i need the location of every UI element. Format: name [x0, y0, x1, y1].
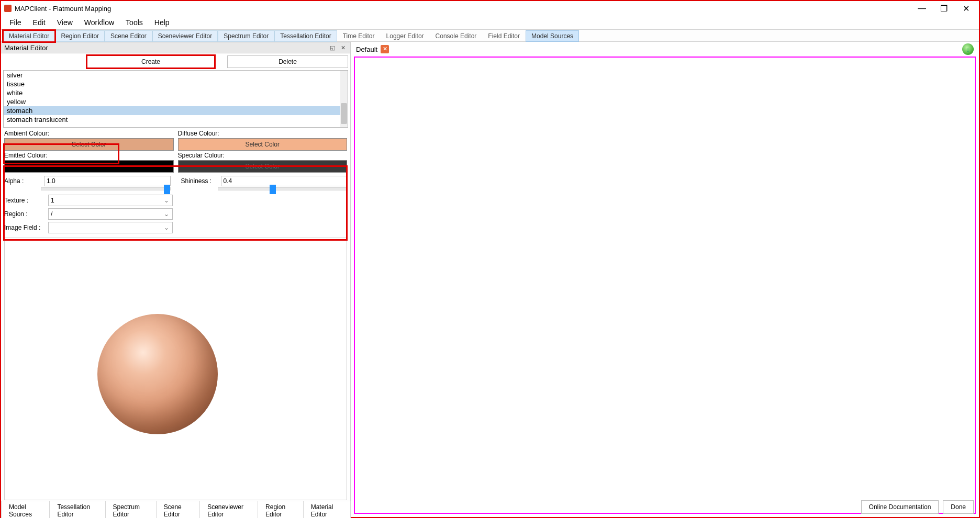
- done-button[interactable]: Done: [943, 500, 974, 514]
- shininess-input[interactable]: [221, 176, 348, 186]
- shininess-slider[interactable]: [218, 187, 348, 190]
- btab-model-sources[interactable]: Model Sources: [1, 501, 50, 518]
- create-button[interactable]: Create: [87, 55, 215, 68]
- viewport-tab-label[interactable]: Default: [356, 46, 377, 53]
- region-label: Region :: [4, 210, 45, 218]
- specular-color-button[interactable]: Select Color: [178, 160, 348, 173]
- minimize-icon[interactable]: —: [917, 4, 927, 14]
- viewport[interactable]: [354, 57, 976, 514]
- scrollbar[interactable]: [340, 71, 348, 127]
- list-item[interactable]: stomach translucent: [4, 115, 348, 124]
- tab-logger-editor[interactable]: Logger Editor: [381, 30, 430, 42]
- shininess-label: Shininess :: [181, 177, 218, 185]
- ambient-label: Ambient Colour:: [4, 130, 174, 137]
- tab-material-editor[interactable]: Material Editor: [3, 30, 55, 42]
- material-list[interactable]: silver tissue white yellow stomach stoma…: [3, 70, 348, 128]
- menubar: File Edit View Workflow Tools Help: [1, 16, 979, 29]
- titlebar: MAPClient - Flatmount Mapping — ❐ ✕: [1, 1, 979, 16]
- btab-tessellation[interactable]: Tessellation Editor: [49, 501, 105, 518]
- undock-icon[interactable]: ◱: [328, 43, 337, 52]
- panel-title: Material Editor: [4, 44, 326, 52]
- btab-spectrum[interactable]: Spectrum Editor: [105, 501, 157, 518]
- list-item-selected[interactable]: stomach: [4, 106, 348, 115]
- menu-workflow[interactable]: Workflow: [79, 17, 119, 28]
- tab-time-editor[interactable]: Time Editor: [337, 30, 381, 42]
- tab-tessellation-editor[interactable]: Tessellation Editor: [274, 30, 337, 42]
- btab-sceneviewer[interactable]: Sceneviewer Editor: [199, 501, 258, 518]
- imagefield-label: Image Field :: [4, 224, 45, 231]
- imagefield-dropdown[interactable]: [48, 222, 173, 233]
- btab-material[interactable]: Material Editor: [303, 501, 351, 518]
- btab-scene[interactable]: Scene Editor: [156, 501, 200, 518]
- texture-dropdown[interactable]: 1: [48, 195, 173, 206]
- list-item[interactable]: yellow: [4, 97, 348, 106]
- diffuse-color-button[interactable]: Select Color: [178, 138, 348, 151]
- bottom-tabs: Model Sources Tessellation Editor Spectr…: [1, 503, 350, 517]
- tab-sceneviewer-editor[interactable]: Sceneviewer Editor: [152, 30, 218, 42]
- material-editor-panel: Material Editor ◱ ✕ Create Delete silver…: [1, 42, 351, 517]
- window-title: MAPClient - Flatmount Mapping: [15, 5, 917, 13]
- menu-view[interactable]: View: [52, 17, 78, 28]
- tab-field-editor[interactable]: Field Editor: [482, 30, 526, 42]
- editor-tabs: Material Editor Region Editor Scene Edit…: [1, 29, 979, 42]
- close-tab-icon[interactable]: ✕: [381, 45, 389, 53]
- viewport-panel: Default ✕: [351, 42, 979, 517]
- add-viewport-icon[interactable]: [962, 43, 974, 55]
- preview-sphere: [97, 314, 218, 434]
- tab-region-editor[interactable]: Region Editor: [55, 30, 105, 42]
- panel-header: Material Editor ◱ ✕: [1, 42, 350, 53]
- texture-label: Texture :: [4, 197, 45, 204]
- tab-spectrum-editor[interactable]: Spectrum Editor: [218, 30, 274, 42]
- tab-scene-editor[interactable]: Scene Editor: [105, 30, 152, 42]
- list-item[interactable]: tissue: [4, 80, 348, 88]
- specular-label: Specular Colour:: [178, 152, 348, 159]
- list-item[interactable]: silver: [4, 71, 348, 80]
- delete-button[interactable]: Delete: [227, 55, 348, 68]
- emitted-color-button[interactable]: [4, 160, 174, 173]
- menu-file[interactable]: File: [4, 17, 27, 28]
- maximize-icon[interactable]: ❐: [939, 4, 949, 14]
- ambient-color-button[interactable]: Select Color: [4, 138, 174, 151]
- close-icon[interactable]: ✕: [961, 4, 971, 14]
- tab-model-sources[interactable]: Model Sources: [526, 30, 579, 42]
- diffuse-label: Diffuse Colour:: [178, 130, 348, 137]
- btab-region[interactable]: Region Editor: [258, 501, 304, 518]
- material-preview: [4, 238, 347, 500]
- menu-tools[interactable]: Tools: [120, 17, 148, 28]
- scrollbar-thumb[interactable]: [341, 103, 347, 124]
- tab-console-editor[interactable]: Console Editor: [430, 30, 483, 42]
- list-item[interactable]: white: [4, 88, 348, 97]
- online-docs-button[interactable]: Online Documentation: [861, 500, 939, 514]
- menu-help[interactable]: Help: [149, 17, 175, 28]
- app-icon: [4, 5, 12, 12]
- alpha-label: Alpha :: [4, 177, 41, 185]
- alpha-slider[interactable]: [41, 187, 171, 190]
- region-dropdown[interactable]: /: [48, 208, 173, 220]
- emitted-label: Emitted Colour:: [4, 152, 174, 159]
- close-panel-icon[interactable]: ✕: [339, 43, 347, 52]
- alpha-input[interactable]: [44, 176, 171, 186]
- alpha-slider-thumb[interactable]: [164, 185, 170, 194]
- shininess-slider-thumb[interactable]: [270, 185, 276, 194]
- menu-edit[interactable]: Edit: [28, 17, 51, 28]
